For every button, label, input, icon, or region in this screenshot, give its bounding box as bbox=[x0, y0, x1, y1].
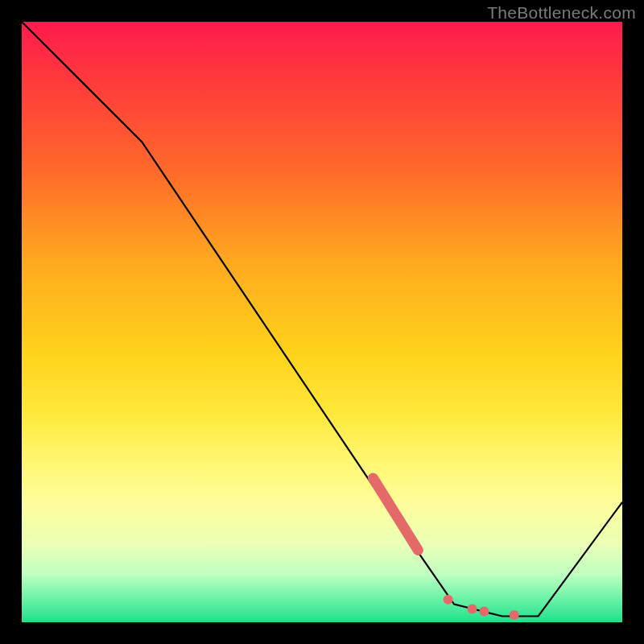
highlight-segment bbox=[373, 478, 418, 551]
highlight-dot bbox=[444, 595, 453, 605]
highlight-dot bbox=[468, 605, 477, 614]
highlight-dot bbox=[479, 607, 489, 617]
bottleneck-curve bbox=[22, 22, 622, 617]
watermark-text: TheBottleneck.com bbox=[487, 3, 636, 23]
highlight-dot bbox=[510, 610, 519, 620]
chart-plot bbox=[22, 22, 622, 622]
